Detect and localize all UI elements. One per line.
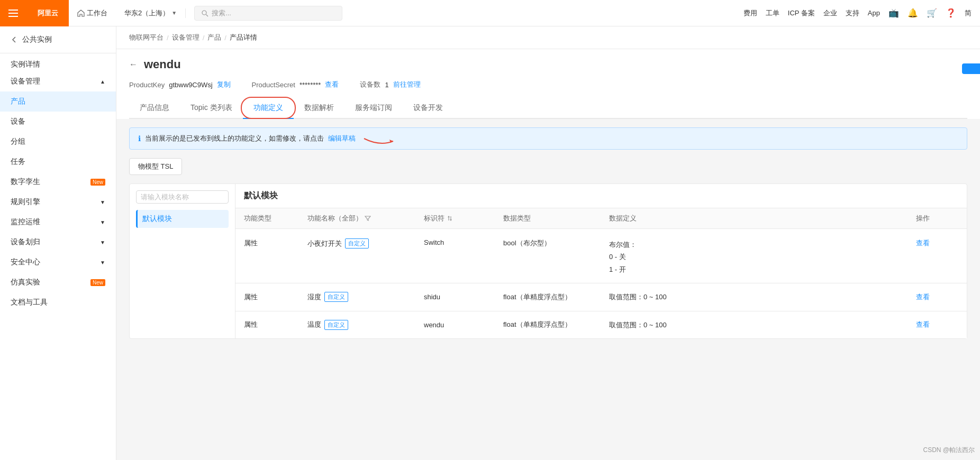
- breadcrumb-product[interactable]: 产品: [207, 33, 221, 42]
- nav-bell-icon[interactable]: 🔔: [908, 8, 918, 18]
- breadcrumb-iot[interactable]: 物联网平台: [129, 33, 164, 42]
- workbench-link[interactable]: 工作台: [69, 8, 116, 18]
- row1-type: 属性: [244, 238, 307, 248]
- nav-app[interactable]: App: [868, 9, 880, 17]
- row1-name: 小夜灯开关 自定义: [307, 238, 424, 249]
- product-key-item: ProductKey gtbww9C9Wsj 复制: [129, 80, 231, 89]
- nav-ticket[interactable]: 工单: [766, 8, 779, 18]
- nav-enterprise[interactable]: 企业: [823, 8, 837, 18]
- row1-action: 查看: [916, 238, 958, 248]
- nav-icp[interactable]: ICP 备案: [788, 8, 815, 18]
- tab-function-def[interactable]: 功能定义: [243, 98, 294, 119]
- page-title: wendu: [144, 58, 181, 71]
- device-count-label: 设备数: [360, 80, 380, 89]
- app-layout: 公共实例 实例详情 设备管理 ▲ 产品 设备 分组 任务 数字孪生 New 规则…: [0, 26, 980, 460]
- chevron-down-icon: ▼: [100, 199, 105, 205]
- page-header: ← wendu ProductKey gtbww9C9Wsj 复制 Produc…: [116, 49, 980, 119]
- table-row: 属性 温度 自定义 wendu float（单精度浮点型） 取值范围：0 ~ 1…: [235, 311, 967, 338]
- nav-user[interactable]: 简: [965, 8, 972, 18]
- chevron-down-icon-3: ▼: [100, 240, 105, 245]
- tab-device-dev[interactable]: 设备开发: [403, 98, 453, 119]
- sidebar-item-group[interactable]: 分组: [0, 132, 116, 152]
- sort-icon[interactable]: [447, 215, 453, 222]
- sidebar-item-device[interactable]: 设备: [0, 112, 116, 132]
- table-row: 属性 湿度 自定义 shidu float（单精度浮点型） 取值范围：0 ~ 1…: [235, 283, 967, 311]
- nav-monitor-icon[interactable]: 📺: [888, 8, 899, 18]
- search-box[interactable]: 搜索...: [194, 6, 342, 21]
- info-banner: ℹ 当前展示的是已发布到线上的功能定义，如需修改，请点击 编辑草稿: [129, 127, 967, 150]
- sidebar-item-security[interactable]: 安全中心 ▼: [0, 252, 116, 272]
- module-search-box[interactable]: [136, 190, 229, 204]
- tab-topic-list[interactable]: Topic 类列表: [180, 98, 243, 119]
- module-sidebar: 默认模块: [130, 184, 235, 338]
- chevron-down-icon-2: ▼: [100, 219, 105, 225]
- instance-detail-label: 实例详情: [0, 53, 116, 71]
- view-secret-link[interactable]: 查看: [325, 80, 339, 89]
- product-secret-value: ********: [300, 81, 321, 89]
- section-title: 默认模块: [235, 184, 967, 208]
- row3-dtype: float（单精度浮点型）: [503, 320, 609, 329]
- filter-icon[interactable]: [365, 215, 371, 222]
- nav-fee[interactable]: 费用: [743, 8, 757, 18]
- sidebar-device-mgmt[interactable]: 设备管理 ▲: [0, 71, 116, 91]
- row2-action: 查看: [916, 292, 958, 302]
- table-header: 功能类型 功能名称（全部） 标识符 数据类型 数据定义 操作: [235, 208, 967, 229]
- module-search-input[interactable]: [141, 193, 230, 201]
- info-text: 当前展示的是已发布到线上的功能定义，如需修改，请点击: [145, 134, 324, 143]
- sidebar-item-product[interactable]: 产品: [0, 91, 116, 112]
- device-count-item: 设备数 1 前往管理: [360, 80, 420, 89]
- col-header-type: 功能类型: [244, 214, 307, 223]
- goto-manage-link[interactable]: 前往管理: [393, 80, 421, 89]
- breadcrumb-device-mgmt[interactable]: 设备管理: [172, 33, 199, 42]
- sidebar-item-digital-twin[interactable]: 数字孪生 New: [0, 172, 116, 192]
- tab-server-subscribe[interactable]: 服务端订阅: [344, 98, 403, 119]
- sidebar-item-simulation[interactable]: 仿真实验 New: [0, 272, 116, 292]
- region-selector[interactable]: 华东2（上海） ▼: [116, 8, 186, 18]
- col-header-id: 标识符: [424, 214, 503, 223]
- row2-view-link[interactable]: 查看: [916, 293, 930, 301]
- back-arrow-icon: [11, 36, 18, 43]
- col-header-dtype: 数据类型: [503, 214, 609, 223]
- col-header-action: 操作: [916, 214, 958, 223]
- svg-point-0: [202, 11, 206, 15]
- row3-ddef: 取值范围：0 ~ 100: [609, 319, 916, 331]
- tab-product-info[interactable]: 产品信息: [129, 98, 180, 119]
- sidebar-item-device-provision[interactable]: 设备划归 ▼: [0, 232, 116, 252]
- main-content: 物联网平台 / 设备管理 / 产品 / 产品详情 ← wendu Product…: [116, 26, 980, 460]
- module-item-default[interactable]: 默认模块: [136, 210, 229, 228]
- edit-draft-link[interactable]: 编辑草稿: [328, 134, 356, 143]
- nav-support[interactable]: 支持: [846, 8, 859, 18]
- title-row: ← wendu: [129, 58, 967, 71]
- row3-tag: 自定义: [324, 320, 348, 330]
- sidebar-item-monitor[interactable]: 监控运维 ▼: [0, 212, 116, 232]
- meta-row: ProductKey gtbww9C9Wsj 复制 ProductSecret …: [129, 80, 967, 89]
- new-badge: New: [90, 179, 105, 186]
- row3-name: 温度 自定义: [307, 320, 424, 330]
- svg-marker-5: [448, 216, 450, 217]
- publish-btn[interactable]: 发布: [962, 63, 980, 74]
- sidebar-collapse-btn[interactable]: ◀: [116, 233, 116, 254]
- search-icon: [201, 10, 208, 17]
- hamburger-menu[interactable]: [0, 0, 26, 26]
- row3-id: wendu: [424, 321, 503, 329]
- nav-cart-icon[interactable]: 🛒: [927, 8, 937, 18]
- sidebar: 公共实例 实例详情 设备管理 ▲ 产品 设备 分组 任务 数字孪生 New 规则…: [0, 26, 116, 460]
- sidebar-item-rules[interactable]: 规则引擎 ▼: [0, 192, 116, 212]
- tsl-button[interactable]: 物模型 TSL: [129, 158, 182, 175]
- page-back-btn[interactable]: ←: [129, 60, 138, 69]
- info-icon: ℹ: [138, 134, 141, 143]
- copy-link[interactable]: 复制: [217, 80, 231, 89]
- logo: 阿里云: [26, 0, 69, 26]
- watermark: CSDN @帕法西尔: [923, 446, 975, 455]
- row1-view-link[interactable]: 查看: [916, 239, 930, 247]
- nav-help-icon[interactable]: ❓: [946, 8, 956, 18]
- sidebar-item-docs[interactable]: 文档与工具: [0, 292, 116, 312]
- table-row: 属性 小夜灯开关 自定义 Switch bool（布尔型） 布尔值： 0 - 关…: [235, 229, 967, 283]
- sidebar-item-task[interactable]: 任务: [0, 152, 116, 172]
- row3-view-link[interactable]: 查看: [916, 320, 930, 328]
- content-area: ℹ 当前展示的是已发布到线上的功能定义，如需修改，请点击 编辑草稿 物模型 TS…: [116, 119, 980, 347]
- tab-data-analysis[interactable]: 数据解析: [294, 98, 344, 119]
- product-secret-label: ProductSecret: [252, 81, 295, 89]
- home-icon: [77, 10, 85, 17]
- sidebar-back-btn[interactable]: 公共实例: [0, 26, 116, 53]
